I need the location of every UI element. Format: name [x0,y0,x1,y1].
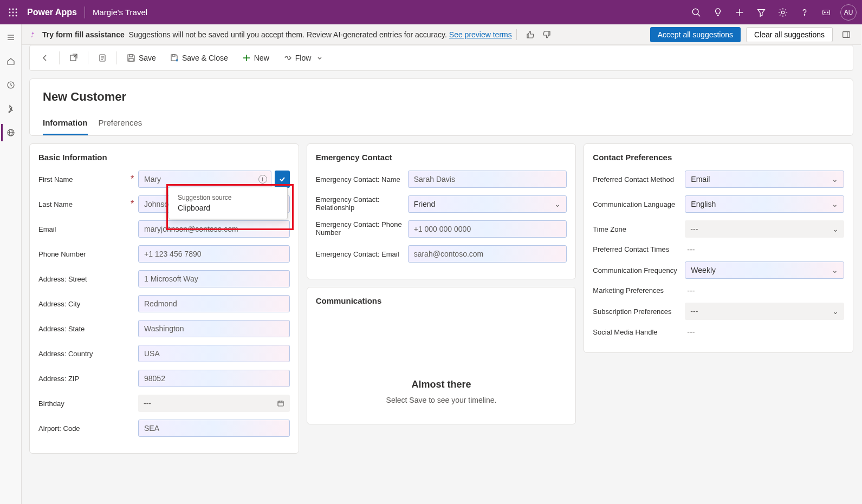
svg-point-4 [12,11,14,13]
add-icon[interactable] [729,2,750,23]
basic-info-panel: Basic Information First Name * i Suggest… [29,143,299,454]
svg-rect-32 [172,55,175,56]
app-name-label: Margie's Travel [93,8,147,17]
required-indicator: * [131,174,135,184]
street-input[interactable] [138,270,290,287]
globe-icon[interactable] [1,124,18,141]
svg-line-10 [698,14,701,16]
chevron-down-icon: ⌄ [832,307,839,316]
zip-input[interactable] [138,370,290,387]
tz-value: --- [690,225,698,233]
top-bar: Power Apps Margie's Travel AU [0,0,862,24]
chevron-down-icon: ⌄ [832,200,838,208]
country-input[interactable] [138,345,290,362]
tz-select[interactable]: --- ⌄ [685,220,844,238]
zip-label: Address: ZIP [38,375,79,383]
recent-icon[interactable] [2,76,20,94]
svg-point-5 [16,11,17,13]
back-button[interactable] [35,48,55,68]
ec-email-label: Emergency Contact: Email [316,250,408,258]
svg-point-0 [9,8,11,10]
subs-value: --- [690,307,698,316]
filter-icon[interactable] [750,2,772,23]
ec-name-label: Emergency Contact: Name [316,175,408,184]
city-input[interactable] [138,295,290,312]
tz-label: Time Zone [593,225,685,233]
email-input[interactable] [138,220,290,238]
airport-input[interactable] [138,420,290,437]
first-name-label: First Name [38,175,73,184]
birthday-label: Birthday [38,400,64,408]
svg-point-2 [16,8,17,10]
thumbs-down-icon[interactable] [540,28,554,42]
gear-icon[interactable] [772,2,794,23]
ec-name-input[interactable] [408,171,567,188]
ec-rel-select[interactable]: Friend ⌄ [408,195,567,213]
ec-email-input[interactable] [408,245,567,263]
search-icon[interactable] [685,2,707,23]
accept-all-button[interactable]: Accept all suggestions [650,27,741,42]
save-close-label: Save & Close [182,54,228,62]
task-button[interactable] [93,48,112,68]
menu-icon[interactable] [2,29,20,46]
social-value: --- [685,328,695,336]
accept-suggestion-button[interactable] [275,171,290,188]
ec-rel-value: Friend [414,200,436,208]
last-name-label: Last Name [38,200,73,208]
birthday-value: --- [144,399,151,408]
page-title: New Customer [43,90,840,104]
help-icon[interactable] [794,2,815,23]
mktg-value: --- [685,286,695,295]
phone-label: Phone Number [38,250,86,258]
emergency-title: Emergency Contact [316,153,567,162]
svg-point-8 [16,15,17,16]
left-nav [0,24,22,504]
tab-preferences[interactable]: Preferences [99,118,142,135]
times-value: --- [685,245,695,254]
method-select[interactable]: Email ⌄ [685,171,844,188]
timeline-empty-title: Almost there [321,379,562,390]
save-button[interactable]: Save [121,48,161,68]
flow-label: Flow [295,54,312,62]
svg-point-7 [12,15,14,16]
panel-toggle-icon[interactable] [838,27,854,43]
form-fill-banner: Try form fill assistance Suggestions wil… [22,24,861,45]
country-label: Address: Country [38,350,93,358]
clear-all-button[interactable]: Clear all suggestions [746,27,833,42]
app-launcher-icon[interactable] [5,5,21,20]
chevron-down-icon: ⌄ [832,175,838,184]
subs-select[interactable]: --- ⌄ [685,303,844,320]
svg-point-18 [827,12,828,13]
lang-select[interactable]: English ⌄ [685,195,844,213]
user-avatar[interactable]: AU [840,4,857,21]
save-close-button[interactable]: Save & Close [165,48,234,68]
divider [85,6,85,18]
freq-label: Communication Frequency [593,266,685,274]
assistant-icon[interactable] [815,2,837,23]
timeline-empty-sub: Select Save to see your timeline. [321,396,562,404]
birthday-input[interactable]: --- [138,395,290,412]
state-input[interactable] [138,320,290,337]
lightbulb-icon[interactable] [707,2,729,23]
svg-point-3 [9,11,11,13]
banner-link[interactable]: See preview terms [449,30,512,39]
communications-title: Communications [316,296,567,305]
ec-phone-input[interactable] [408,220,567,238]
basic-info-title: Basic Information [38,153,290,162]
new-button[interactable]: New [237,48,275,68]
phone-input[interactable] [138,245,290,263]
info-icon[interactable]: i [258,175,267,184]
svg-point-14 [781,11,784,14]
pin-icon[interactable] [2,100,20,117]
email-label: Email [38,225,56,233]
freq-select[interactable]: Weekly ⌄ [685,261,844,279]
ec-rel-label: Emergency Contact: Relationship [316,195,408,212]
tab-information[interactable]: Information [43,118,88,135]
page-header-card: New Customer Information Preferences [29,78,853,136]
flow-button[interactable]: Flow [278,48,329,68]
first-name-input[interactable] [138,171,271,188]
tooltip-label: Suggestion source [178,194,278,201]
thumbs-up-icon[interactable] [523,28,537,42]
open-button[interactable] [64,48,83,68]
home-icon[interactable] [2,53,20,70]
